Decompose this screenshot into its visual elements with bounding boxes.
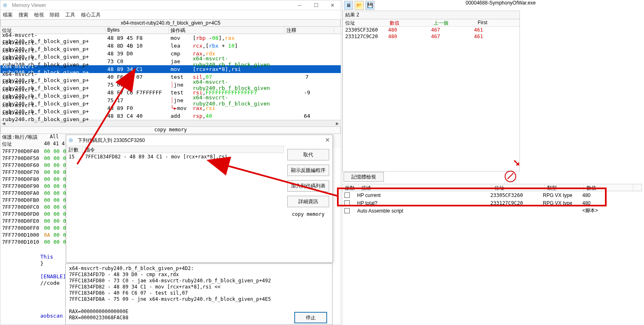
result-row[interactable]: 23305CF3260480467461 [343, 27, 519, 33]
instruction-writers-dialog: ◎ 下列代碼寫入到 23305CF3260 ✕ 計數 指令 15 7FFC183… [66, 135, 333, 263]
menu-debug[interactable]: 除錯 [50, 11, 60, 18]
dialog-title-text: 下列代碼寫入到 23305CF3260 [78, 137, 145, 144]
result-rows[interactable]: 23305CF3260480467461233127C9C20480467461 [343, 27, 519, 40]
dialog-close-button[interactable]: ✕ [325, 137, 330, 143]
addr-col-label: 位址 [2, 141, 44, 148]
res-col-addr[interactable]: 位址 [343, 19, 387, 26]
open-process-icon[interactable]: 🖥 [344, 1, 353, 10]
stop-button[interactable]: 停止 [294, 312, 327, 323]
results-count-label: 結果 2 [343, 11, 519, 19]
copy-memory-bar[interactable]: copy memory [0, 126, 341, 134]
dlg-row-instr: 7FFC1834FD82 - 48 89 34 C1 - mov [rcx+ra… [85, 154, 228, 160]
address-row[interactable]: Auto Assemble script<腳本> [342, 207, 642, 215]
minimize-button[interactable]: ─ [291, 0, 308, 10]
app-icon: ◎ [3, 2, 9, 9]
menu-file[interactable]: 檔案 [3, 11, 13, 18]
menu-bar: 檔案 搜索 檢視 除錯 工具 核心工具 [0, 10, 341, 19]
res-col-prev[interactable]: 上一個 [431, 19, 475, 26]
location-header: x64-msvcrt-ruby240.rb_f_block_given_p+4C… [0, 19, 341, 27]
maximize-button[interactable]: ☐ [308, 0, 324, 10]
dlg-row-count: 15 [69, 154, 85, 160]
col-note[interactable]: 注釋 [285, 27, 334, 34]
close-button[interactable]: ✕ [324, 0, 341, 10]
code-snippet: This } [ENABLE] //code aobscan [40, 254, 66, 319]
menu-core[interactable]: 核心工具 [81, 11, 101, 18]
byte-cols-label: 40 41 4 [44, 141, 65, 148]
process-title: 00004688-SymphonyOfWar.exe [466, 0, 536, 6]
highlight-box [337, 188, 607, 206]
all-label: All [44, 134, 59, 141]
details-button[interactable]: 詳細資訊 [287, 196, 329, 207]
protect-label: 保護:執行/唯讀 [2, 134, 44, 141]
res-col-value[interactable]: 數值 [387, 19, 432, 26]
title-bar[interactable]: ◎ Memory Viewer ─ ☐ ✕ [0, 0, 341, 10]
memory-view-button[interactable]: 記憶體檢視 [344, 172, 384, 182]
disasm-row[interactable]: x64-msvcrt-ruby240.rb_f_block_given_p+48… [0, 112, 341, 120]
snippet-code: //code [40, 280, 66, 286]
dlg-col-instr[interactable]: 指令 [83, 146, 284, 153]
open-file-icon[interactable]: 📂 [355, 1, 364, 10]
copy-memory-label: copy memory [287, 211, 329, 217]
col-opcode[interactable]: 操作碼 [169, 27, 285, 34]
replace-button[interactable]: 取代 [287, 149, 329, 160]
snippet-brace: } [40, 260, 66, 267]
menu-search[interactable]: 搜索 [18, 11, 28, 18]
cheat-engine-main: 🖥 📂 💾 00004688-SymphonyOfWar.exe 結果 2 位址… [342, 0, 644, 325]
snippet-enable: [ENABLE] [40, 273, 66, 280]
save-icon[interactable]: 💾 [365, 1, 374, 10]
snippet-this: This [40, 254, 66, 260]
dlg-row[interactable]: 15 7FFC1834FD82 - 48 89 34 C1 - mov [rcx… [66, 153, 284, 160]
dialog-title-bar[interactable]: ◎ 下列代碼寫入到 23305CF3260 ✕ [66, 135, 332, 146]
show-disassembler-button[interactable]: 顯示反匯編程序 [287, 165, 329, 176]
menu-tools[interactable]: 工具 [65, 11, 75, 18]
snippet-aobscan: aobscan [40, 313, 66, 319]
freeze-checkbox[interactable] [344, 208, 350, 213]
forbid-icon[interactable] [505, 171, 516, 182]
toolbar: 🖥 📂 💾 00004688-SymphonyOfWar.exe [342, 0, 644, 11]
add-codelist-button[interactable]: 加入到代碼列表 [287, 180, 329, 192]
result-row[interactable]: 233127C9C20480467461 [343, 33, 519, 40]
scan-results: 結果 2 位址 數值 上一個 First 23305CF326048046746… [342, 11, 520, 172]
menu-view[interactable]: 檢視 [34, 11, 44, 18]
debug-info-textbox[interactable]: x64-msvcrt-ruby240.rb_f_block_given_p+4D… [65, 263, 332, 325]
res-col-first[interactable]: First [475, 19, 520, 26]
disassembly-list[interactable]: x64-msvcrt-ruby240.rb_f_block_given_p+48… [0, 34, 341, 120]
col-bytes[interactable]: Bytes [106, 27, 169, 34]
dlg-col-count[interactable]: 計數 [66, 146, 83, 153]
window-title: Memory Viewer [12, 2, 338, 8]
red-arrow-icon: ➘ [513, 158, 520, 168]
dialog-icon: ◎ [69, 137, 75, 144]
